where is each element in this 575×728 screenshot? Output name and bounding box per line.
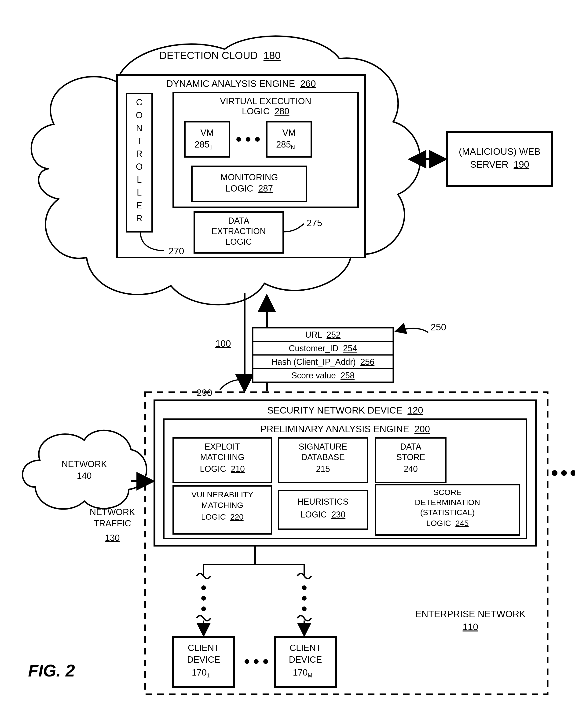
svg-text:CLIENT: CLIENT <box>188 643 219 653</box>
cloud-title: DETECTION CLOUD 180 <box>159 50 280 61</box>
controller-ref: 270 <box>169 246 184 256</box>
svg-text:L: L <box>137 188 142 197</box>
svg-point-83 <box>302 596 307 601</box>
svg-text:VULNERABILITY: VULNERABILITY <box>192 490 253 499</box>
svg-text:DATA: DATA <box>400 442 421 451</box>
traffic-l1: NETWORK <box>90 507 135 517</box>
svg-text:VM: VM <box>282 128 296 138</box>
svg-text:(STATISTICAL): (STATISTICAL) <box>420 508 475 517</box>
svg-text:R: R <box>136 213 142 223</box>
svg-text:VIRTUAL EXECUTION: VIRTUAL EXECUTION <box>220 96 311 106</box>
svg-text:LOGIC  287: LOGIC 287 <box>226 184 273 193</box>
svg-text:140: 140 <box>77 471 92 481</box>
figure-label: FIG. 2 <box>28 661 75 680</box>
eml-box: EXPLOIT MATCHING LOGIC 210 <box>173 438 271 482</box>
sdl-box: SCORE DETERMINATION (STATISTICAL) LOGIC … <box>376 485 519 535</box>
svg-text:LOGIC  245: LOGIC 245 <box>426 519 469 528</box>
monitoring-logic-box: MONITORING LOGIC 287 <box>192 166 307 201</box>
svg-text:MONITORING: MONITORING <box>221 172 278 182</box>
svg-point-18 <box>236 137 241 142</box>
client-ellipsis-icon <box>244 659 268 664</box>
svg-text:DYNAMIC ANALYSIS ENGINE  260: DYNAMIC ANALYSIS ENGINE 260 <box>166 78 316 89</box>
vm-ellipsis-icon <box>236 137 260 142</box>
svg-point-80 <box>201 596 206 601</box>
svg-text:STORE: STORE <box>396 452 425 462</box>
svg-text:HEURISTICS: HEURISTICS <box>298 497 348 506</box>
svg-text:(MALICIOUS) WEB: (MALICIOUS) WEB <box>459 146 541 157</box>
svg-point-79 <box>201 585 206 590</box>
svg-text:MATCHING: MATCHING <box>200 452 244 462</box>
message-block: URL 252 Customer_ID 254 Hash (Client_IP_… <box>253 322 446 382</box>
svg-text:R: R <box>136 149 142 159</box>
svg-text:L: L <box>137 175 142 185</box>
datastore-box: DATA STORE 240 <box>376 438 446 482</box>
vmn-box: VM 285N <box>267 122 311 157</box>
svg-text:PRELIMINARY ANALYSIS ENGINE  2: PRELIMINARY ANALYSIS ENGINE 200 <box>261 424 430 434</box>
web-server-box: (MALICIOUS) WEB SERVER 190 <box>447 132 552 186</box>
svg-point-91 <box>244 659 249 664</box>
svg-point-72 <box>571 470 575 476</box>
svg-text:DEVICE: DEVICE <box>187 655 220 665</box>
svg-point-93 <box>263 659 268 664</box>
client1-box: CLIENT DEVICE 1701 <box>173 637 234 687</box>
client-arrows <box>197 615 311 636</box>
ref-250: 250 <box>431 322 446 332</box>
svg-text:SERVER  190: SERVER 190 <box>470 159 529 169</box>
svg-point-84 <box>302 606 307 611</box>
svg-text:LOGIC: LOGIC <box>226 237 252 247</box>
svg-text:EXTRACTION: EXTRACTION <box>211 226 266 236</box>
svg-text:EXPLOIT: EXPLOIT <box>205 442 240 451</box>
snd-ellipsis-icon <box>552 470 575 476</box>
svg-point-20 <box>255 137 260 142</box>
svg-text:DEVICE: DEVICE <box>289 655 322 665</box>
svg-text:CLIENT: CLIENT <box>290 643 321 653</box>
svg-rect-15 <box>185 122 229 157</box>
svg-text:DATABASE: DATABASE <box>301 452 345 462</box>
vml-box: VULNERABILITY MATCHING LOGIC 220 <box>173 486 271 534</box>
svg-text:LOGIC  280: LOGIC 280 <box>242 106 290 116</box>
controller-letter: C <box>136 97 142 107</box>
svg-text:LOGIC  210: LOGIC 210 <box>200 464 245 474</box>
svg-point-70 <box>552 470 557 476</box>
snd-client-connector <box>197 546 311 579</box>
svg-text:Customer_ID  254: Customer_ID 254 <box>289 344 357 353</box>
svg-point-19 <box>246 137 250 142</box>
svg-text:O: O <box>136 110 143 120</box>
ref-100: 100 <box>215 338 231 349</box>
svg-text:LOGIC  220: LOGIC 220 <box>201 512 243 521</box>
svg-text:215: 215 <box>316 464 330 474</box>
svg-point-71 <box>561 470 567 476</box>
svg-text:SECURITY NETWORK DEVICE  120: SECURITY NETWORK DEVICE 120 <box>267 405 423 415</box>
svg-text:SIGNATURE: SIGNATURE <box>299 442 347 451</box>
svg-text:MATCHING: MATCHING <box>202 501 243 509</box>
svg-text:DETERMINATION: DETERMINATION <box>415 498 480 507</box>
svg-text:LOGIC  230: LOGIC 230 <box>301 510 345 519</box>
del-ref: 275 <box>307 218 322 228</box>
heur-box: HEURISTICS LOGIC 230 <box>278 490 367 529</box>
enterprise-ref: 110 <box>463 622 478 632</box>
svg-text:VM: VM <box>201 128 214 138</box>
traffic-l2: TRAFFIC <box>94 518 131 528</box>
client-dots-right <box>302 585 307 611</box>
svg-text:DATA: DATA <box>228 216 249 225</box>
svg-text:NETWORK: NETWORK <box>62 459 107 469</box>
svg-text:240: 240 <box>404 464 418 474</box>
svg-text:Score value  258: Score value 258 <box>291 371 354 380</box>
client-dots-left <box>201 585 206 611</box>
svg-text:URL  252: URL 252 <box>305 330 341 340</box>
traffic-ref: 130 <box>105 533 120 543</box>
svg-text:SCORE: SCORE <box>433 488 462 497</box>
svg-point-82 <box>302 585 307 590</box>
svg-point-81 <box>201 606 206 611</box>
svg-text:N: N <box>136 123 142 133</box>
vm1-box: VM 2851 <box>185 122 229 157</box>
sigdb-box: SIGNATURE DATABASE 215 <box>278 438 367 482</box>
svg-text:T: T <box>136 136 142 146</box>
svg-rect-21 <box>267 122 311 157</box>
enterprise-label: ENTERPRISE NETWORK <box>415 609 526 619</box>
clientm-box: CLIENT DEVICE 170M <box>275 637 336 687</box>
svg-text:E: E <box>136 200 142 210</box>
svg-text:Hash (Client_IP_Addr)  256: Hash (Client_IP_Addr) 256 <box>271 357 374 367</box>
svg-point-92 <box>254 659 259 664</box>
svg-text:O: O <box>136 162 143 171</box>
